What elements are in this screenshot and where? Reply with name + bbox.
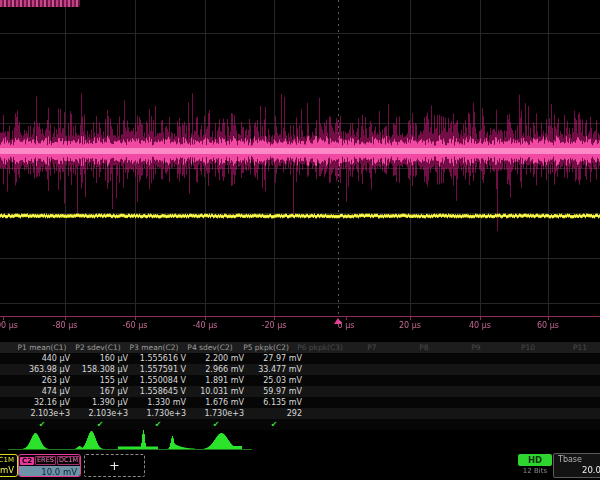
measurement-value: 6.135 mV	[246, 397, 304, 408]
measurement-value: 25.03 mV	[246, 375, 304, 386]
channel-descriptor-c1[interactable]: DC1M 10.0 mV	[0, 454, 18, 477]
table-row: 440 µV160 µV1.555616 V2.200 mV27.97 mV	[0, 353, 600, 364]
status-check-icon: ✔	[72, 419, 130, 430]
axis-tick	[410, 317, 411, 320]
measurement-value: 2.103e+3	[14, 408, 72, 419]
hd-mode-indicator[interactable]: HD 12 Bits	[518, 454, 552, 475]
param-header-unused[interactable]: P7	[346, 342, 398, 353]
measurement-value: 59.97 mV	[246, 386, 304, 397]
measurement-value: 1.558645 V	[130, 386, 188, 397]
measurement-value: 160 µV	[72, 353, 130, 364]
table-row: 363.98 µV158.308 µV1.557591 V2.966 mV33.…	[0, 364, 600, 375]
param-header[interactable]: P2 sdev(C1)	[70, 342, 126, 353]
hd-badge: HD	[518, 454, 552, 466]
timebase-label: Tbase	[554, 454, 600, 465]
measurement-value: 2.966 mV	[188, 364, 246, 375]
measurement-value: 1.676 mV	[188, 397, 246, 408]
time-axis-label: -80 µs	[53, 321, 78, 330]
measurement-value: 363.98 µV	[14, 364, 72, 375]
measurement-value: 10.031 mV	[188, 386, 246, 397]
c2-scale-value: 10.0 mV	[19, 466, 80, 477]
time-axis-label: 0 µs	[338, 321, 355, 330]
time-axis-label: -40 µs	[193, 321, 218, 330]
measurement-value: 1.730e+3	[130, 408, 188, 419]
measurement-value: 33.477 mV	[246, 364, 304, 375]
c1-coupling-label: DC1M	[0, 455, 17, 465]
measurement-value: 1.550084 V	[130, 375, 188, 386]
param-header[interactable]: P5 pkpk(C2)	[238, 342, 294, 353]
axis-tick	[480, 317, 481, 320]
add-trace-button[interactable]: +	[84, 454, 145, 477]
time-axis-label: -100 µs	[0, 321, 18, 330]
measurement-value: 32.16 µV	[14, 397, 72, 408]
status-check-icon: ✔	[130, 419, 188, 430]
param-header-unused[interactable]: P9	[450, 342, 502, 353]
measurement-value: 1.555616 V	[130, 353, 188, 364]
param-header-unused[interactable]: P6 pkpk(C3)	[294, 342, 346, 353]
measurement-value: 1.730e+3	[188, 408, 246, 419]
clipped-top-trace-label	[0, 0, 80, 7]
measurement-value: 1.891 mV	[188, 375, 246, 386]
status-check-icon: ✔	[14, 419, 72, 430]
param-header-unused[interactable]: P10	[502, 342, 554, 353]
timebase-descriptor[interactable]: Tbase 20.0	[553, 453, 600, 478]
hd-bits-label: 12 Bits	[518, 467, 552, 475]
measurement-table[interactable]: P1 mean(C1)P2 sdev(C1)P3 mean(C2)P4 sdev…	[0, 342, 600, 430]
c2-eres-badge: ERES	[35, 456, 56, 465]
c2-coupling-badge: DC1M	[57, 456, 80, 465]
time-axis-label: 20 µs	[399, 321, 421, 330]
channel-descriptor-c2[interactable]: C2 ERES DC1M 10.0 mV	[18, 454, 81, 477]
c1-scale-value: 10.0 mV	[0, 465, 17, 476]
measurement-value: 263 µV	[14, 375, 72, 386]
axis-tick	[135, 317, 136, 320]
measurement-value: 474 µV	[14, 386, 72, 397]
axis-tick	[274, 317, 275, 320]
time-axis-label: 40 µs	[469, 321, 491, 330]
status-check-icon: ✔	[246, 419, 304, 430]
c2-channel-badge: C2	[20, 457, 34, 465]
table-header-row: P1 mean(C1)P2 sdev(C1)P3 mean(C2)P4 sdev…	[0, 342, 600, 353]
param-header[interactable]: P3 mean(C2)	[126, 342, 182, 353]
param-header[interactable]: P4 sdev(C2)	[182, 342, 238, 353]
time-axis: -100 µs-80 µs-60 µs-40 µs-20 µs0 µs20 µs…	[0, 316, 600, 335]
table-row: 2.103e+32.103e+31.730e+31.730e+3292	[0, 408, 600, 419]
table-row: 474 µV167 µV1.558645 V10.031 mV59.97 mV	[0, 386, 600, 397]
measurement-value: 155 µV	[72, 375, 130, 386]
axis-tick	[65, 317, 66, 320]
bottom-toolbar: DC1M 10.0 mV C2 ERES DC1M 10.0 mV + HD 1…	[0, 452, 600, 480]
timebase-value: 20.0	[554, 465, 600, 476]
time-axis-label: 60 µs	[537, 321, 559, 330]
axis-tick	[3, 317, 4, 320]
measurement-value: 1.557591 V	[130, 364, 188, 375]
time-axis-label: -60 µs	[123, 321, 148, 330]
table-row: 32.16 µV1.390 µV1.330 mV1.676 mV6.135 mV	[0, 397, 600, 408]
param-header-unused[interactable]: P8	[398, 342, 450, 353]
measurement-value: 167 µV	[72, 386, 130, 397]
table-status-row: ✔✔✔✔✔	[0, 419, 600, 430]
measurement-value: 1.390 µV	[72, 397, 130, 408]
measurement-value: 27.97 mV	[246, 353, 304, 364]
time-axis-label: -20 µs	[262, 321, 287, 330]
measurement-value: 2.200 mV	[188, 353, 246, 364]
status-check-icon: ✔	[188, 419, 246, 430]
measurement-value: 2.103e+3	[72, 408, 130, 419]
measurement-value: 158.308 µV	[72, 364, 130, 375]
measurement-value: 440 µV	[14, 353, 72, 364]
measurement-value: 292	[246, 408, 304, 419]
param-header-unused[interactable]: P11	[554, 342, 600, 353]
oscilloscope-screen: -100 µs-80 µs-60 µs-40 µs-20 µs0 µs20 µs…	[0, 0, 600, 480]
axis-tick	[548, 317, 549, 320]
axis-tick	[205, 317, 206, 320]
param-header[interactable]: P1 mean(C1)	[14, 342, 70, 353]
table-row: 263 µV155 µV1.550084 V1.891 mV25.03 mV	[0, 375, 600, 386]
axis-tick	[346, 317, 347, 320]
measurement-value: 1.330 mV	[130, 397, 188, 408]
plus-icon: +	[109, 458, 120, 473]
